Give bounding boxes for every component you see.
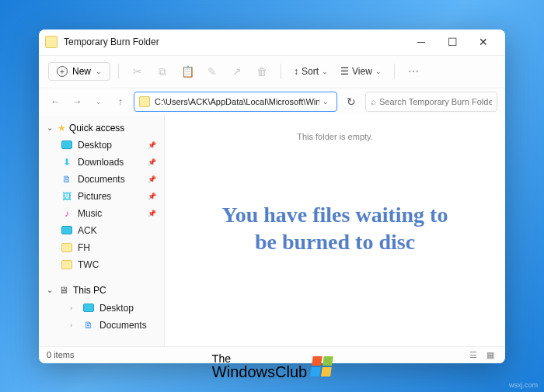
search-input[interactable] bbox=[379, 97, 492, 106]
chevron-down-icon: ⌄ bbox=[47, 286, 54, 294]
sort-button[interactable]: ↕ Sort ⌄ bbox=[289, 63, 333, 80]
address-input[interactable] bbox=[155, 97, 319, 106]
pin-icon: 📌 bbox=[148, 175, 156, 183]
view-button[interactable]: ☰ View ⌄ bbox=[336, 63, 386, 80]
content-pane: This folder is empty. You have files wai… bbox=[165, 115, 505, 346]
sidebar-item-label: Downloads bbox=[78, 157, 124, 168]
more-icon[interactable]: ⋯ bbox=[403, 61, 424, 82]
sidebar-item-label: Desktop bbox=[78, 140, 112, 151]
pin-icon: 📌 bbox=[148, 141, 156, 149]
paste-icon[interactable]: 📋 bbox=[176, 61, 198, 82]
corner-watermark: wsxj.com bbox=[509, 381, 538, 389]
pin-icon: 📌 bbox=[148, 193, 156, 200]
toolbar: + New ⌄ ✂ ⧉ 📋 ✎ ↗ 🗑 ↕ Sort ⌄ ☰ View ⌄ ⋯ bbox=[39, 56, 505, 88]
quick-access-header[interactable]: ⌄ ★ Quick access bbox=[39, 120, 164, 137]
view-label: View bbox=[352, 66, 372, 77]
plus-icon: + bbox=[57, 66, 68, 77]
sidebar-item-fh[interactable]: FH bbox=[39, 239, 164, 256]
pin-icon: 📌 bbox=[148, 158, 156, 166]
folder-icon bbox=[45, 36, 58, 48]
sidebar-item-label: Music bbox=[78, 208, 102, 219]
watermark-text: The WindowsClub bbox=[212, 353, 307, 380]
details-view-icon[interactable]: ☰ bbox=[466, 349, 480, 361]
document-icon: 🗎 bbox=[82, 319, 95, 331]
overlay-caption: You have files waiting to be burned to d… bbox=[211, 200, 459, 255]
sidebar-item-pictures[interactable]: 🖼 Pictures 📌 bbox=[39, 188, 164, 205]
sidebar-item-label: TWC bbox=[78, 259, 99, 270]
sidebar-item-label: FH bbox=[78, 242, 90, 253]
address-bar[interactable]: ⌄ bbox=[134, 92, 337, 112]
empty-folder-message: This folder is empty. bbox=[297, 132, 373, 141]
windows-logo-icon bbox=[310, 356, 333, 376]
back-button[interactable]: ← bbox=[47, 93, 64, 110]
search-box[interactable]: ⌕ bbox=[365, 92, 497, 112]
music-icon: ♪ bbox=[61, 207, 73, 220]
desktop-icon bbox=[61, 139, 73, 151]
search-icon: ⌕ bbox=[371, 96, 376, 107]
folder-icon bbox=[61, 258, 73, 271]
share-icon[interactable]: ↗ bbox=[226, 61, 248, 82]
sidebar-item-documents[interactable]: 🗎 Documents 📌 bbox=[39, 171, 164, 188]
sidebar-item-desktop[interactable]: Desktop 📌 bbox=[39, 137, 164, 154]
watermark: The WindowsClub bbox=[212, 353, 332, 380]
sidebar-item-twc[interactable]: TWC bbox=[39, 256, 164, 273]
copy-icon[interactable]: ⧉ bbox=[152, 61, 173, 82]
separator bbox=[281, 64, 281, 79]
pin-icon: 📌 bbox=[148, 210, 156, 217]
sidebar: ⌄ ★ Quick access Desktop 📌 ⬇ Downloads 📌… bbox=[39, 115, 165, 346]
quick-access-label: Quick access bbox=[69, 123, 124, 134]
chevron-down-icon: ⌄ bbox=[47, 123, 54, 132]
document-icon: 🗎 bbox=[61, 173, 73, 186]
maximize-button[interactable]: ☐ bbox=[437, 31, 468, 53]
address-row: ← → ⌄ ↑ ⌄ ↻ ⌕ bbox=[39, 88, 505, 115]
folder-icon bbox=[139, 96, 150, 107]
chevron-right-icon: › bbox=[70, 304, 78, 312]
close-button[interactable]: ✕ bbox=[468, 31, 499, 53]
pc-icon: 🖥 bbox=[58, 284, 70, 297]
sidebar-item-pc-desktop[interactable]: › Desktop bbox=[39, 300, 164, 317]
sidebar-item-label: Desktop bbox=[99, 303, 134, 314]
cut-icon[interactable]: ✂ bbox=[127, 61, 148, 82]
monitor-icon bbox=[61, 224, 73, 237]
body: ⌄ ★ Quick access Desktop 📌 ⬇ Downloads 📌… bbox=[39, 115, 505, 346]
new-label: New bbox=[72, 66, 91, 77]
sidebar-item-music[interactable]: ♪ Music 📌 bbox=[39, 205, 164, 222]
item-count: 0 items bbox=[47, 350, 74, 359]
separator bbox=[118, 64, 119, 79]
sidebar-item-label: Documents bbox=[78, 174, 125, 185]
refresh-button[interactable]: ↻ bbox=[342, 92, 361, 111]
desktop-icon bbox=[82, 302, 95, 314]
sidebar-item-downloads[interactable]: ⬇ Downloads 📌 bbox=[39, 154, 164, 171]
sidebar-item-label: ACK bbox=[78, 225, 97, 236]
chevron-down-icon: ⌄ bbox=[375, 68, 382, 75]
chevron-down-icon[interactable]: ⌄ bbox=[319, 98, 332, 106]
this-pc-header[interactable]: ⌄ 🖥 This PC bbox=[39, 281, 164, 300]
picture-icon: 🖼 bbox=[61, 190, 73, 203]
window-title: Temporary Burn Folder bbox=[64, 36, 406, 47]
thumbnails-view-icon[interactable]: ▦ bbox=[483, 349, 497, 361]
download-icon: ⬇ bbox=[61, 156, 73, 168]
sidebar-item-ack[interactable]: ACK bbox=[39, 222, 164, 239]
rename-icon[interactable]: ✎ bbox=[201, 61, 223, 82]
minimize-button[interactable]: ─ bbox=[406, 31, 437, 53]
delete-icon[interactable]: 🗑 bbox=[251, 61, 273, 82]
new-button[interactable]: + New ⌄ bbox=[48, 62, 110, 81]
folder-icon bbox=[61, 241, 73, 254]
view-icon: ☰ bbox=[340, 66, 349, 77]
this-pc-label: This PC bbox=[73, 285, 106, 296]
separator bbox=[394, 64, 395, 79]
sidebar-item-label: Documents bbox=[99, 320, 147, 331]
forward-button[interactable]: → bbox=[68, 93, 85, 110]
sidebar-item-pc-documents[interactable]: › 🗎 Documents bbox=[39, 317, 164, 334]
recent-dropdown[interactable]: ⌄ bbox=[90, 93, 107, 110]
chevron-down-icon: ⌄ bbox=[322, 68, 328, 75]
star-icon: ★ bbox=[58, 123, 66, 134]
sort-icon: ↕ bbox=[294, 66, 298, 77]
chevron-right-icon: › bbox=[70, 321, 78, 329]
chevron-down-icon: ⌄ bbox=[96, 68, 102, 75]
sidebar-item-label: Pictures bbox=[78, 191, 111, 202]
sort-label: Sort bbox=[302, 66, 319, 77]
up-button[interactable]: ↑ bbox=[112, 93, 129, 110]
explorer-window: Temporary Burn Folder ─ ☐ ✕ + New ⌄ ✂ ⧉ … bbox=[39, 29, 505, 363]
titlebar: Temporary Burn Folder ─ ☐ ✕ bbox=[39, 29, 505, 56]
